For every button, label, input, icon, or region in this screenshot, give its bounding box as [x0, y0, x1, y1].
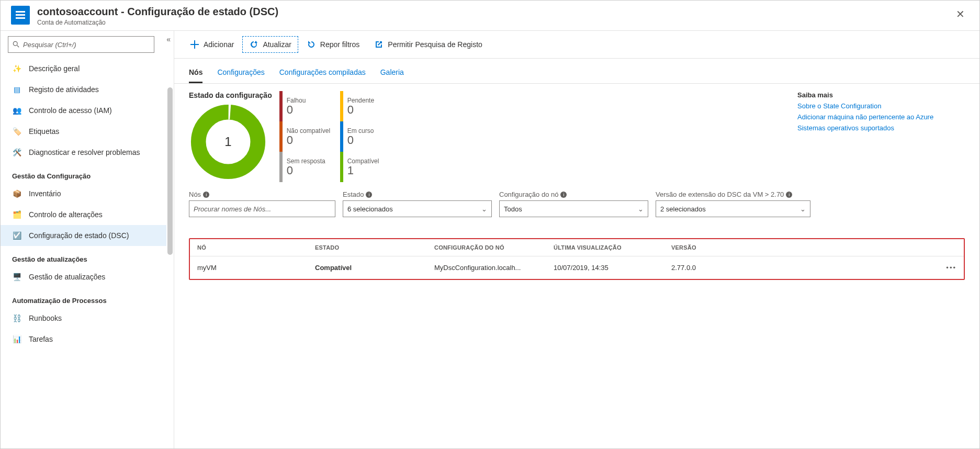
cell-last: 10/07/2019, 14:35 [554, 264, 671, 272]
sidebar-search-input[interactable]: Pesquisar (Ctrl+/) [8, 36, 154, 53]
info-icon: i [203, 192, 209, 198]
sidebar-item-tasks[interactable]: 📊 Tarefas [1, 329, 166, 350]
sidebar-item-label: Descrição geral [29, 64, 80, 73]
sidebar-item-label: Configuração de estado (DSC) [29, 231, 129, 240]
sidebar-item-label: Inventário [29, 189, 61, 198]
col-header-version[interactable]: VERSÃO [671, 244, 776, 251]
filter-nodeconf-dropdown[interactable]: Todos⌄ [499, 200, 648, 217]
learn-link-about[interactable]: Sobre o State Configuration [797, 102, 965, 110]
chevron-down-icon: ⌄ [481, 205, 487, 213]
sidebar-item-label: Runbooks [29, 314, 62, 322]
status-tile[interactable]: Em curso0 [340, 121, 398, 152]
button-label: Adicionar [204, 40, 234, 49]
refresh-button[interactable]: Atualizar [242, 36, 298, 53]
tab-configurations[interactable]: Configurações [217, 65, 264, 83]
svg-line-4 [17, 46, 19, 48]
reset-icon [307, 40, 316, 49]
changes-icon: 🗂️ [12, 210, 21, 219]
learn-link-supported-os[interactable]: Sistemas operativos suportados [797, 124, 965, 132]
page-subtitle: Conta de Automatização [37, 19, 952, 26]
button-label: Repor filtros [320, 40, 359, 49]
dropdown-value: Todos [504, 205, 522, 213]
sidebar-item-inventory[interactable]: 📦 Inventário [1, 183, 166, 204]
status-tile[interactable]: Falhou0 [279, 91, 337, 121]
tab-compiled[interactable]: Configurações compiladas [279, 65, 366, 83]
status-tile[interactable]: Sem resposta0 [279, 152, 337, 182]
status-tile[interactable]: Compatível1 [340, 152, 398, 182]
tasks-icon: 📊 [12, 334, 21, 344]
refresh-icon [249, 40, 258, 49]
update-icon: 🖥️ [12, 272, 21, 282]
cell-node: myVM [197, 264, 315, 272]
learn-link-add-machine[interactable]: Adicionar máquina não pertencente ao Azu… [797, 113, 965, 121]
sidebar-section-updates: Gestão de atualizações [1, 246, 166, 266]
status-tile[interactable]: Pendente0 [340, 91, 398, 121]
collapse-sidebar-icon[interactable]: « [166, 35, 171, 43]
filter-state-dropdown[interactable]: 6 selecionados⌄ [343, 200, 492, 217]
sidebar-item-update-mgmt[interactable]: 🖥️ Gestão de atualizações [1, 266, 166, 287]
filter-state-label: Estado i [343, 190, 492, 198]
sidebar-item-label: Tarefas [29, 335, 53, 343]
log-icon: ▤ [12, 85, 21, 94]
iam-icon: 👥 [12, 106, 21, 115]
wrench-icon: 🛠️ [12, 148, 21, 157]
sidebar-item-change-tracking[interactable]: 🗂️ Controlo de alterações [1, 204, 166, 225]
chevron-down-icon: ⌄ [638, 205, 644, 213]
learn-more-title: Saiba mais [797, 91, 965, 99]
button-label: Atualizar [263, 40, 291, 49]
col-header-conf[interactable]: CONFIGURAÇÃO DO NÓ [434, 244, 554, 251]
tile-value: 0 [347, 134, 374, 146]
dsc-icon: ☑️ [12, 231, 21, 240]
svg-point-3 [13, 41, 17, 46]
sidebar-item-tags[interactable]: 🏷️ Etiquetas [1, 121, 166, 142]
status-tile[interactable]: Não compatível0 [279, 121, 337, 152]
log-search-button[interactable]: Permitir Pesquisa de Registo [368, 37, 489, 52]
sidebar-scrollbar[interactable] [167, 58, 173, 393]
tile-value: 1 [347, 165, 379, 176]
sidebar-item-overview[interactable]: ✨ Descrição geral [1, 58, 166, 79]
tag-icon: 🏷️ [12, 127, 21, 136]
info-icon: i [560, 192, 567, 198]
reset-filters-button[interactable]: Repor filtros [300, 37, 366, 52]
col-header-state[interactable]: ESTADO [315, 244, 434, 251]
close-button[interactable]: ✕ [952, 6, 969, 23]
sidebar-item-activity-log[interactable]: ▤ Registo de atividades [1, 79, 166, 100]
sidebar-item-label: Gestão de atualizações [29, 273, 105, 281]
table-row[interactable]: myVM Compatível MyDscConfiguration.local… [190, 256, 964, 279]
tab-gallery[interactable]: Galeria [380, 65, 404, 83]
cell-version: 2.77.0.0 [671, 264, 776, 272]
tile-value: 0 [287, 134, 330, 146]
col-header-node[interactable]: NÓ [197, 244, 315, 251]
filter-extension-label: Versão de extensão do DSC da VM > 2.70 i [656, 190, 810, 198]
tile-value: 0 [287, 165, 325, 176]
sidebar-item-label: Registo de atividades [29, 85, 99, 94]
chevron-down-icon: ⌄ [800, 205, 806, 213]
status-title: Estado da configuração [189, 91, 272, 99]
search-icon [13, 41, 20, 48]
box-icon: 📦 [12, 189, 21, 198]
tile-value: 0 [347, 104, 374, 116]
sidebar-item-iam[interactable]: 👥 Controlo de acesso (IAM) [1, 100, 166, 121]
filter-extension-dropdown[interactable]: 2 selecionados⌄ [656, 200, 810, 217]
info-icon: i [366, 192, 372, 198]
status-donut-chart: 1 [189, 103, 267, 181]
input-placeholder: Procurar nomes de Nós... [194, 205, 271, 213]
add-button[interactable]: Adicionar [184, 37, 240, 52]
filter-nodes-input[interactable]: Procurar nomes de Nós... [189, 200, 335, 217]
nodes-table: NÓ ESTADO CONFIGURAÇÃO DO NÓ ÚLTIMA VISU… [189, 238, 965, 280]
button-label: Permitir Pesquisa de Registo [388, 40, 482, 49]
plus-icon [190, 40, 199, 49]
page-title: contosoaccount - Configuração de estado … [37, 6, 952, 18]
row-actions-button[interactable]: ••• [776, 264, 956, 272]
svg-rect-2 [16, 17, 25, 19]
status-tiles: Falhou0Pendente0Não compatível0Em curso0… [279, 91, 398, 182]
sidebar-section-config: Gestão da Configuração [1, 163, 166, 183]
tab-nodes[interactable]: Nós [189, 65, 202, 83]
runbook-icon: ⛓️ [12, 313, 21, 323]
donut-total: 1 [189, 103, 267, 181]
resource-icon [11, 6, 30, 25]
sidebar-item-dsc[interactable]: ☑️ Configuração de estado (DSC) [1, 225, 166, 246]
col-header-last[interactable]: ÚLTIMA VISUALIZAÇÃO [554, 244, 671, 251]
sidebar-item-diagnose[interactable]: 🛠️ Diagnosticar e resolver problemas [1, 142, 166, 163]
sidebar-item-runbooks[interactable]: ⛓️ Runbooks [1, 308, 166, 329]
